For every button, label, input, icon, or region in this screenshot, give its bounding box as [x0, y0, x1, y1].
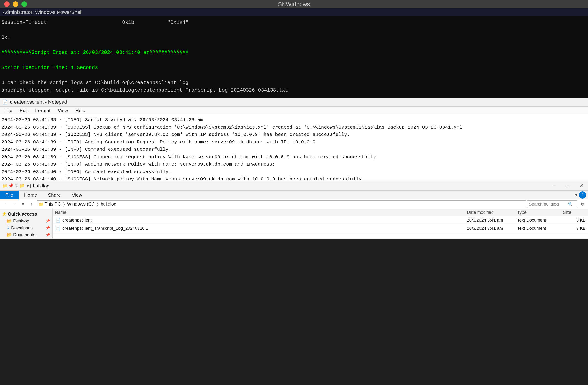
explorer-ribbon: File Home Share View ▾ ? [0, 191, 588, 199]
filelist-header: Name Date modified Type Size [53, 209, 588, 216]
notepad-menubar: File Edit Format View Help [0, 107, 588, 115]
ps-line-blank5 [1, 94, 587, 97]
file-date-1: 26/3/2024 3:41 am [467, 218, 517, 223]
title-bar: SKWidnows [0, 0, 588, 8]
file-type-1: Text Document [517, 218, 563, 223]
col-size[interactable]: Size [563, 210, 586, 215]
ps-line-exec-time: Script Execution Time: 1 Seconds [1, 64, 587, 72]
ps-line-script-ended: ##########Script Ended at: 26/03/2024 03… [1, 49, 587, 57]
refresh-button[interactable]: ↻ [579, 200, 586, 208]
address-path[interactable]: 📁 This PC ❭ Windows (C:) ❭ buildlog [37, 200, 526, 208]
nav-back-button[interactable]: ← [2, 200, 9, 208]
np-line-9: 2024-03-26 03:41:40 - [SUCCESS] Network … [1, 176, 587, 181]
nav-dropdown-button[interactable]: ▾ [19, 200, 26, 208]
col-name[interactable]: Name [55, 210, 467, 215]
file-name-cell-1: 📄 createnpsclient [55, 217, 467, 223]
explorer-folder2-icon: 📁 [20, 183, 25, 188]
ps-line-blank1 [1, 26, 587, 34]
explorer-pipe: | [30, 183, 31, 188]
powershell-window: Administrator: Windows PowerShell Sessio… [0, 8, 588, 97]
breadcrumb-sep2: ❭ [96, 202, 99, 207]
search-box: 🔍 [527, 200, 577, 208]
ribbon-tab-file[interactable]: File [0, 191, 19, 199]
explorer-filelist: Name Date modified Type Size 📄 createnps… [53, 209, 588, 238]
notepad-content: 2024-03-26 03:41:38 - [INFO] Script Star… [0, 115, 588, 181]
notepad-menu-edit[interactable]: Edit [16, 107, 32, 114]
ps-line-ok: Ok. [1, 34, 587, 41]
np-line-2: 2024-03-26 03:41:39 - [SUCCESS] Backup o… [1, 124, 587, 131]
file-name-1: createnpsclient [63, 218, 92, 223]
folder-icon-docs: 📂 [6, 232, 12, 237]
file-name-cell-2: 📄 createnpsclient_Transcript_Log_2024032… [55, 226, 467, 231]
explorer-maximize-button[interactable]: □ [561, 181, 574, 191]
explorer-window-title-text: buildlog [33, 183, 49, 189]
notepad-menu-view[interactable]: View [54, 107, 72, 114]
minimize-traffic-light[interactable] [13, 1, 18, 7]
quick-access-header[interactable]: ★ Quick access [0, 210, 52, 218]
np-line-4: 2024-03-26 03:41:39 - [INFO] Adding Conn… [1, 139, 587, 146]
explorer-folder-icon: 📁 [2, 183, 7, 188]
notepad-icon: 📄 [2, 99, 8, 105]
ribbon-expand-icon[interactable]: ▾ [575, 192, 577, 197]
explorer-window: 📁 📌 ☑ 📁 ▾ | buildlog − □ ✕ File Home Sha… [0, 181, 588, 239]
notepad-title: createnpsclient - Notepad [10, 99, 67, 105]
col-type[interactable]: Type [517, 210, 563, 215]
explorer-addressbar: ← → ▾ ↑ 📁 This PC ❭ Windows (C:) ❭ build… [0, 199, 588, 209]
maximize-traffic-light[interactable] [21, 1, 27, 7]
ps-line-blank2 [1, 41, 587, 49]
ribbon-tab-share[interactable]: Share [42, 191, 66, 199]
app-title: SKWidnows [278, 1, 310, 8]
file-size-2: 3 KB [563, 226, 586, 231]
sidebar-item-downloads[interactable]: ⤓ Downloads 📌 [0, 225, 52, 231]
star-icon: ★ [2, 211, 6, 217]
notepad-menu-file[interactable]: File [1, 107, 16, 114]
explorer-downarrow-icon: ▾ [27, 183, 29, 188]
nav-forward-button[interactable]: → [11, 200, 18, 208]
np-line-3: 2024-03-26 03:41:39 - [SUCCESS] NPS clie… [1, 131, 587, 139]
file-doc-icon-1: 📄 [55, 217, 61, 223]
pin-icon-documents: 📌 [45, 233, 50, 237]
sidebar-desktop-label: Desktop [13, 218, 29, 224]
quick-access-label: Quick access [8, 212, 37, 217]
search-input[interactable] [529, 202, 568, 207]
pin-icon: 📌 [45, 219, 50, 223]
notepad-menu-help[interactable]: Help [72, 107, 89, 114]
explorer-sidebar: ★ Quick access 📂 Desktop 📌 ⤓ Downloads 📌… [0, 209, 53, 238]
close-traffic-light[interactable] [4, 1, 10, 7]
breadcrumb-thispc[interactable]: This PC [44, 201, 61, 207]
explorer-check-icon: ☑ [15, 183, 19, 188]
traffic-lights [4, 1, 27, 7]
nav-up-button[interactable]: ↑ [28, 200, 35, 208]
np-line-1: 2024-03-26 03:41:38 - [INFO] Script Star… [1, 116, 587, 124]
powershell-title: Administrator: Windows PowerShell [3, 9, 82, 15]
sidebar-item-desktop[interactable]: 📂 Desktop 📌 [0, 218, 52, 225]
breadcrumb-sep1: ❭ [62, 202, 66, 207]
help-button[interactable]: ? [579, 191, 586, 199]
col-date[interactable]: Date modified [467, 210, 517, 215]
sidebar-item-pictures[interactable]: 📂 Pictures [0, 238, 52, 238]
ps-line-log-check: u can check the script logs at C:\buildL… [1, 79, 587, 87]
explorer-minimize-button[interactable]: − [547, 181, 561, 191]
file-row-2[interactable]: 📄 createnpsclient_Transcript_Log_2024032… [53, 224, 588, 232]
np-line-5: 2024-03-26 03:41:39 - [INFO] Command exe… [1, 146, 587, 154]
file-name-2: createnpsclient_Transcript_Log_20240326.… [63, 226, 148, 231]
breadcrumb-buildlog[interactable]: buildlog [101, 201, 116, 207]
explorer-titlebar: 📁 📌 ☑ 📁 ▾ | buildlog − □ ✕ [0, 181, 588, 191]
addr-folder-icon: 📁 [39, 202, 44, 207]
sidebar-item-documents[interactable]: 📂 Documents 📌 [0, 231, 52, 238]
ps-line-transcript: anscript stopped, output file is C:\buil… [1, 87, 587, 94]
notepad-menu-format[interactable]: Format [32, 107, 54, 114]
notepad-window: 📄 createnpsclient - Notepad File Edit Fo… [0, 97, 588, 181]
sidebar-documents-label: Documents [13, 232, 35, 237]
explorer-window-controls: − □ ✕ [547, 181, 588, 191]
file-row-1[interactable]: 📄 createnpsclient 26/3/2024 3:41 am Text… [53, 216, 588, 224]
ribbon-tab-home[interactable]: Home [19, 191, 42, 199]
np-line-6: 2024-03-26 03:41:39 - [SUCCESS] Connecti… [1, 154, 587, 161]
powershell-titlebar: Administrator: Windows PowerShell [0, 8, 588, 17]
ribbon-tab-view[interactable]: View [66, 191, 87, 199]
breadcrumb-windows[interactable]: Windows (C:) [67, 201, 94, 207]
search-icon[interactable]: 🔍 [568, 201, 573, 207]
explorer-pin-icon: 📌 [8, 183, 14, 188]
ps-line-blank4 [1, 72, 587, 79]
explorer-close-button[interactable]: ✕ [574, 181, 588, 191]
